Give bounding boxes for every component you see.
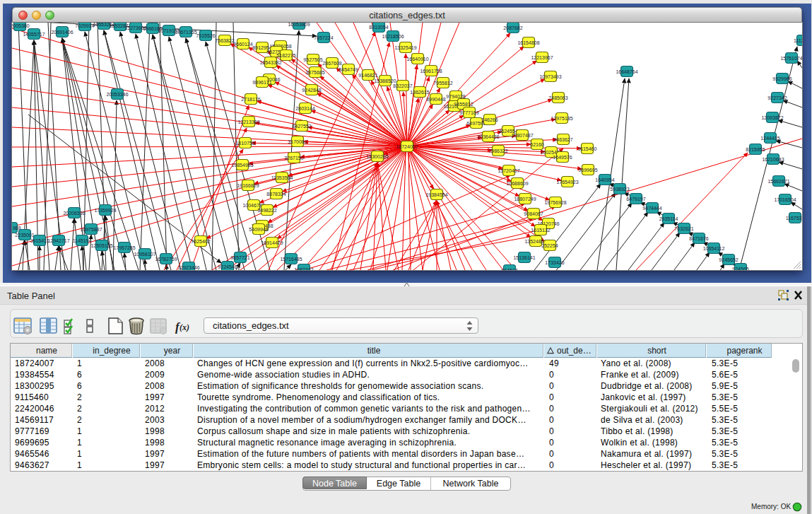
svg-text:7485063: 7485063 (548, 95, 567, 100)
svg-text:7563822: 7563822 (215, 38, 234, 43)
svg-text:8990448: 8990448 (426, 97, 445, 102)
svg-text:3267150: 3267150 (284, 156, 303, 160)
svg-text:8322037: 8322037 (393, 83, 412, 88)
svg-text:15716485: 15716485 (280, 257, 302, 262)
svg-text:9224548: 9224548 (218, 264, 237, 269)
svg-text:2005380: 2005380 (12, 23, 30, 28)
svg-text:1362615: 1362615 (410, 90, 429, 95)
svg-text:10654112: 10654112 (703, 246, 725, 251)
svg-text:20364436: 20364436 (477, 134, 499, 139)
svg-text:5938923: 5938923 (610, 187, 629, 192)
svg-text:8454749: 8454749 (339, 67, 358, 72)
svg-text:10671355: 10671355 (175, 30, 196, 35)
svg-text:9084067: 9084067 (524, 211, 543, 216)
svg-text:16961758: 16961758 (420, 69, 442, 74)
svg-text:10688609: 10688609 (506, 181, 528, 186)
svg-text:17359924: 17359924 (94, 208, 116, 213)
svg-text:12975185: 12975185 (551, 116, 572, 121)
svg-text:1810755: 1810755 (235, 141, 254, 146)
svg-text:1082342: 1082342 (294, 267, 313, 271)
svg-text:12942717: 12942717 (47, 238, 69, 243)
svg-text:2235001: 2235001 (15, 233, 34, 238)
svg-text:20053346: 20053346 (106, 92, 128, 97)
svg-text:15388520: 15388520 (374, 78, 396, 83)
svg-text:9455812: 9455812 (454, 102, 473, 107)
svg-text:17016504: 17016504 (774, 197, 796, 202)
svg-text:12213369: 12213369 (237, 119, 259, 124)
svg-text:1112890: 1112890 (794, 38, 802, 43)
svg-text:7986322: 7986322 (488, 148, 507, 153)
svg-text:16640910: 16640910 (406, 57, 428, 62)
svg-text:10973493: 10973493 (539, 74, 561, 79)
svg-text:18724007: 18724007 (396, 144, 418, 149)
svg-text:3915411: 3915411 (30, 238, 49, 243)
svg-text:62160: 62160 (530, 142, 544, 147)
svg-text:1167533: 1167533 (786, 216, 802, 221)
svg-text:8427552: 8427552 (292, 124, 311, 129)
svg-text:8215955: 8215955 (746, 147, 765, 152)
svg-text:16543382: 16543382 (259, 60, 281, 65)
svg-text:2867608: 2867608 (322, 61, 341, 66)
svg-text:16914479: 16914479 (261, 240, 283, 245)
svg-text:9242848: 9242848 (302, 88, 321, 93)
svg-text:12923446: 12923446 (177, 265, 199, 270)
svg-text:16154808: 16154808 (517, 40, 539, 45)
svg-text:2718176: 2718176 (241, 97, 260, 102)
svg-text:3875685: 3875685 (305, 70, 324, 75)
svg-text:252254: 252254 (541, 243, 558, 248)
svg-text:19218506: 19218506 (382, 34, 404, 39)
svg-text:7029914: 7029914 (75, 23, 94, 28)
svg-text:18300295: 18300295 (366, 154, 388, 159)
svg-text:9245652: 9245652 (719, 257, 738, 262)
svg-text:9146821: 9146821 (358, 73, 377, 78)
svg-text:12213967: 12213967 (531, 55, 553, 60)
svg-text:8471676: 8471676 (689, 236, 708, 241)
svg-text:746266: 746266 (481, 117, 498, 122)
svg-text:16210643: 16210643 (762, 157, 784, 162)
svg-text:9896171: 9896171 (252, 80, 271, 85)
svg-text:1615132: 1615132 (531, 228, 550, 233)
svg-text:16648764: 16648764 (616, 69, 637, 74)
svg-text:5409948: 5409948 (249, 227, 268, 232)
svg-text:12505135: 12505135 (90, 243, 112, 248)
svg-text:7632621: 7632621 (674, 226, 693, 231)
svg-text:1145194: 1145194 (73, 238, 92, 243)
svg-text:1244415: 1244415 (760, 136, 779, 141)
svg-text:7857224: 7857224 (314, 35, 333, 40)
svg-text:13325419: 13325419 (394, 45, 416, 50)
svg-text:9463627: 9463627 (553, 137, 572, 142)
svg-text:9777169: 9777169 (459, 110, 478, 115)
svg-text:8878334: 8878334 (266, 192, 286, 197)
svg-text:3498222: 3498222 (257, 208, 276, 213)
svg-text:19166829: 19166829 (237, 183, 259, 188)
svg-text:18807249: 18807249 (514, 197, 536, 201)
svg-text:7955812: 7955812 (433, 81, 452, 86)
svg-text:9474444: 9474444 (642, 206, 661, 211)
svg-text:924565: 924565 (732, 267, 748, 271)
svg-text:9227342: 9227342 (767, 95, 787, 100)
svg-text:1640954: 1640954 (595, 177, 614, 182)
svg-text:12093872: 12093872 (761, 115, 783, 120)
svg-text:6479197: 6479197 (626, 197, 645, 201)
svg-text:16053809: 16053809 (288, 23, 310, 27)
svg-text:7515526: 7515526 (196, 33, 215, 38)
svg-text:14055717: 14055717 (23, 32, 45, 37)
svg-text:1733426: 1733426 (545, 260, 564, 265)
svg-text:(x): (x) (180, 322, 189, 332)
svg-text:9699695: 9699695 (578, 168, 597, 173)
svg-text:9794028: 9794028 (446, 94, 465, 99)
svg-text:9660124: 9660124 (233, 42, 252, 47)
svg-text:11353594: 11353594 (271, 175, 293, 180)
svg-text:9115460: 9115460 (578, 146, 597, 151)
svg-text:19756928: 19756928 (544, 200, 566, 205)
svg-text:964504: 964504 (501, 268, 517, 271)
svg-text:9857721: 9857721 (230, 255, 249, 260)
svg-text:7625402: 7625402 (191, 239, 210, 244)
svg-text:1649576: 1649576 (553, 155, 572, 160)
svg-text:15720407: 15720407 (498, 168, 519, 173)
svg-text:2803144: 2803144 (295, 106, 314, 111)
svg-text:15136141: 15136141 (513, 255, 535, 260)
svg-text:19384554: 19384554 (425, 192, 447, 197)
svg-text:9527505: 9527505 (303, 57, 322, 62)
svg-text:9329966: 9329966 (772, 76, 792, 81)
